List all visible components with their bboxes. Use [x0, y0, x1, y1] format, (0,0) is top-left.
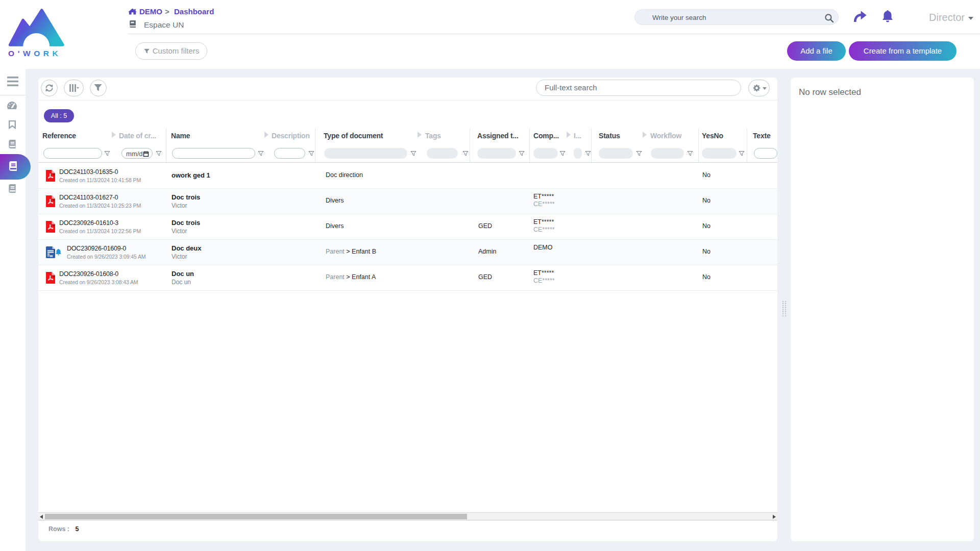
- svg-text:O'WORK: O'WORK: [8, 49, 61, 58]
- svg-text:w: w: [50, 254, 53, 258]
